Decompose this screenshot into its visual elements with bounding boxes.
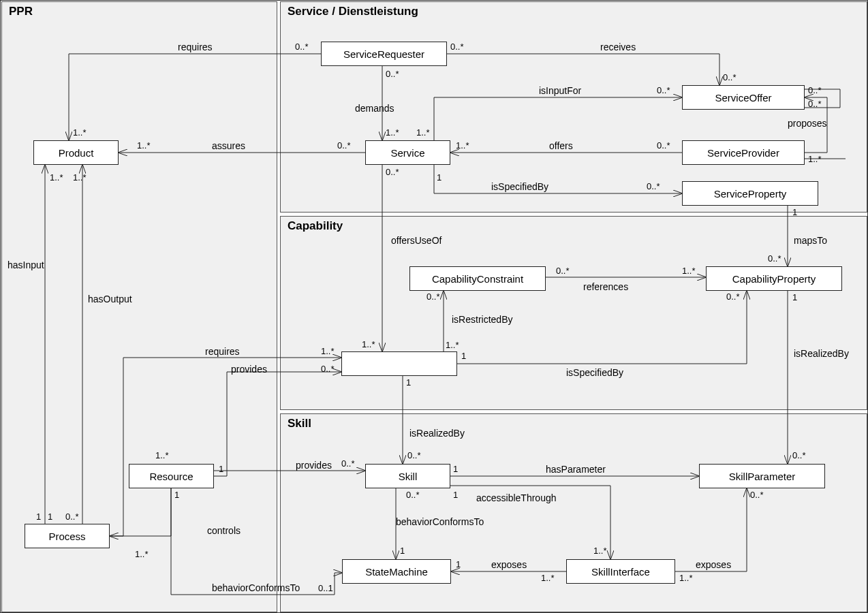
mult: 0..*: [808, 99, 822, 109]
lbl-hasOutput: hasOutput: [88, 294, 132, 304]
mult: 0..*: [386, 167, 399, 177]
lbl-proposes: proposes: [788, 118, 827, 129]
mult: 1..*: [541, 573, 555, 583]
package-title-ppr: PPR: [9, 5, 33, 18]
package-title-service: Service / Dienstleistung: [288, 5, 418, 18]
mult: 0..*: [337, 140, 351, 151]
mult: 0..*: [723, 72, 737, 82]
mult: 0..*: [427, 292, 440, 302]
lbl-offersUseOf: offersUseOf: [391, 235, 441, 246]
mult: 0..*: [65, 512, 79, 522]
lbl-behaviorConformsTo1: behaviorConformsTo: [396, 516, 484, 527]
mult: 1..*: [446, 340, 459, 350]
box-capability: [341, 351, 457, 376]
mult: 1..*: [321, 346, 335, 356]
lbl-requires2: requires: [205, 346, 240, 357]
mult: 1..*: [679, 573, 693, 583]
mult: 0..*: [768, 253, 781, 264]
mult: 1..*: [386, 127, 399, 138]
mult: 1: [400, 546, 405, 556]
mult: 0..*: [386, 69, 399, 79]
mult: 1: [461, 351, 466, 361]
mult: 1: [792, 207, 797, 217]
lbl-provides2: provides: [296, 460, 332, 471]
mult: 0..*: [341, 458, 355, 469]
lbl-assures: assures: [212, 140, 245, 151]
lbl-exposes2: exposes: [696, 559, 731, 570]
mult: 0..*: [295, 42, 309, 52]
mult: 1: [406, 377, 411, 388]
lbl-mapsTo: mapsTo: [794, 235, 827, 246]
package-title-capability: Capability: [288, 219, 343, 233]
lbl-receives: receives: [600, 42, 636, 52]
lbl-offers: offers: [549, 140, 573, 151]
lbl-isRestrictedBy: isRestrictedBy: [452, 314, 512, 325]
lbl-isRealizedBy2: isRealizedBy: [409, 428, 465, 439]
mult: 1..*: [135, 549, 149, 559]
mult: 1: [453, 490, 458, 500]
lbl-provides1: provides: [231, 364, 267, 375]
mult: 1..*: [682, 266, 696, 276]
mult: 0..*: [321, 364, 335, 374]
mult: 1: [456, 559, 461, 569]
lbl-controls: controls: [207, 525, 241, 536]
mult: 1..*: [73, 127, 87, 138]
mult: 1..*: [362, 339, 375, 349]
lbl-demands: demands: [355, 103, 394, 114]
mult: 0..*: [792, 450, 806, 460]
mult: 0..*: [407, 450, 421, 460]
mult: 0..*: [657, 140, 670, 151]
lbl-isSpecifiedBy1: isSpecifiedBy: [491, 181, 548, 192]
box-capability-constraint: CapabilityConstraint: [409, 266, 546, 291]
box-service-requester: ServiceRequester: [321, 42, 447, 66]
box-service-provider: ServiceProvider: [682, 140, 805, 165]
lbl-accessibleThrough: accessibleThrough: [476, 492, 557, 503]
mult: 0..*: [808, 85, 822, 95]
lbl-isRealizedBy1: isRealizedBy: [794, 348, 849, 359]
box-resource: Resource: [129, 464, 214, 488]
mult: 0..*: [726, 292, 740, 302]
package-ppr: PPR: [1, 1, 277, 612]
mult: 0..1: [318, 583, 333, 593]
box-skill-interface: SkillInterface: [566, 559, 675, 584]
mult: 0..*: [406, 490, 420, 500]
mult: 1..*: [593, 546, 607, 556]
lbl-references: references: [583, 281, 628, 292]
diagram-canvas: PPR Service / Dienstleistung Capability …: [0, 0, 868, 613]
mult: 1..*: [50, 172, 63, 183]
mult: 1..*: [456, 140, 469, 151]
package-capability: Capability: [280, 216, 867, 410]
mult: 1..*: [137, 140, 151, 151]
mult: 0..*: [556, 266, 570, 276]
lbl-hasInput: hasInput: [7, 260, 44, 270]
box-service-property: ServiceProperty: [682, 181, 818, 206]
lbl-behaviorConformsTo2: behaviorConformsTo: [212, 582, 300, 593]
mult: 1: [219, 464, 223, 474]
package-title-skill: Skill: [288, 417, 311, 430]
box-skill-parameter: SkillParameter: [699, 464, 825, 488]
box-process: Process: [25, 524, 110, 548]
mult: 1: [453, 464, 458, 474]
mult: 0..*: [750, 490, 764, 500]
mult: 1: [36, 512, 41, 522]
box-service-offer: ServiceOffer: [682, 85, 805, 110]
lbl-hasParameter: hasParameter: [546, 464, 606, 475]
mult: 1..*: [416, 127, 430, 138]
mult: 0..*: [450, 42, 464, 52]
mult: 1: [792, 292, 797, 302]
mult: 0..*: [647, 181, 660, 191]
mult: 1: [437, 172, 441, 183]
lbl-exposes1: exposes: [491, 559, 527, 570]
lbl-isInputFor: isInputFor: [539, 85, 581, 96]
lbl-requires1: requires: [178, 42, 213, 52]
mult: 1: [48, 512, 52, 522]
box-state-machine: StateMachine: [342, 559, 451, 584]
mult: 1..*: [155, 450, 169, 460]
mult: 1..*: [73, 172, 87, 183]
box-product: Product: [33, 140, 119, 165]
box-service: Service: [365, 140, 450, 165]
lbl-isSpecifiedBy2: isSpecifiedBy: [566, 367, 623, 378]
mult: 1: [174, 490, 179, 500]
box-capability-property: CapabilityProperty: [706, 266, 842, 291]
mult: 1..*: [808, 154, 822, 164]
